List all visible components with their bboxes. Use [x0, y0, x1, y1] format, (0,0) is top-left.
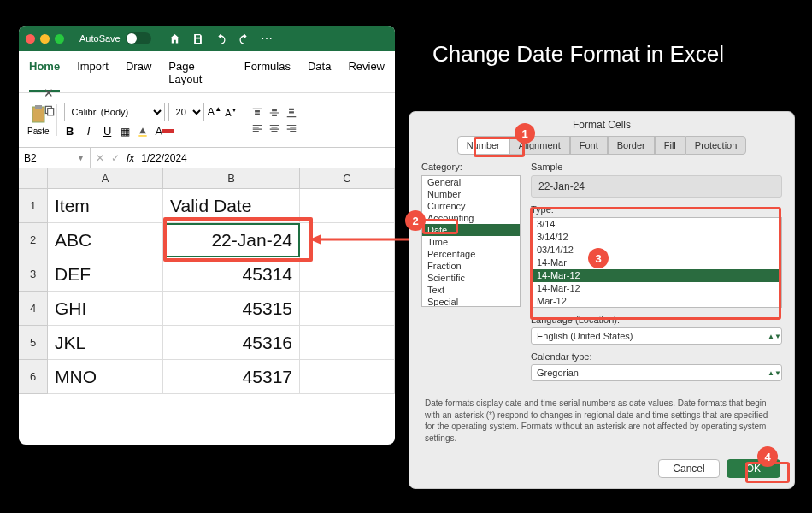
italic-button[interactable]: I — [83, 125, 95, 138]
category-list[interactable]: GeneralNumberCurrencyAccountingDateTimeP… — [421, 175, 521, 307]
category-item[interactable]: Currency — [422, 200, 520, 212]
category-item[interactable]: Fraction — [422, 260, 520, 272]
close-icon[interactable] — [26, 34, 35, 44]
formula-input[interactable]: 1/22/2024 — [141, 152, 186, 164]
align-left-icon[interactable] — [251, 122, 263, 134]
row-header[interactable]: 2 — [19, 223, 48, 257]
dlg-tab-fill[interactable]: Fill — [655, 136, 685, 155]
row-header[interactable]: 6 — [19, 360, 48, 394]
row-header[interactable]: 1 — [19, 189, 48, 223]
cell[interactable] — [300, 189, 395, 223]
tab-home[interactable]: Home — [29, 56, 60, 92]
language-select[interactable]: English (United States) ▲▼ — [531, 327, 782, 345]
dlg-tab-protection[interactable]: Protection — [685, 136, 747, 155]
toggle-off-icon[interactable] — [126, 32, 151, 44]
cancel-formula-icon[interactable]: ✕ — [96, 152, 104, 164]
dlg-tab-border[interactable]: Border — [608, 136, 655, 155]
cell[interactable]: 45315 — [163, 292, 300, 326]
cell[interactable]: MNO — [48, 360, 163, 394]
category-item[interactable]: Text — [422, 284, 520, 296]
dlg-tab-font[interactable]: Font — [570, 136, 608, 155]
undo-icon[interactable] — [215, 32, 227, 45]
fill-color-icon[interactable] — [137, 126, 149, 138]
type-item[interactable]: 3/14 — [532, 218, 781, 231]
stepper-icon[interactable]: ▲▼ — [768, 334, 776, 339]
decrease-font-icon[interactable]: A▼ — [225, 107, 237, 118]
namebox[interactable]: B2 ▼ — [19, 148, 91, 168]
spreadsheet-grid[interactable]: ABC1ItemValid Date2ABC22-Jan-243DEF45314… — [19, 168, 395, 394]
align-bottom-icon[interactable] — [285, 107, 297, 119]
chevron-down-icon[interactable]: ▼ — [77, 154, 85, 162]
align-top-icon[interactable] — [251, 107, 263, 119]
select-all-corner[interactable] — [19, 168, 48, 189]
tab-draw[interactable]: Draw — [126, 56, 151, 92]
category-item[interactable]: General — [422, 176, 520, 188]
increase-font-icon[interactable]: A▲ — [208, 105, 222, 118]
align-center-icon[interactable] — [268, 122, 280, 134]
tab-formulas[interactable]: Formulas — [244, 56, 291, 92]
cell[interactable]: DEF — [48, 257, 163, 292]
cut-icon[interactable] — [44, 89, 56, 101]
row-header[interactable]: 4 — [19, 292, 48, 326]
bold-button[interactable]: B — [64, 125, 76, 138]
cancel-button[interactable]: Cancel — [658, 459, 719, 478]
font-size-select[interactable]: 20 — [168, 103, 204, 121]
type-item[interactable]: 3/14/12 — [532, 231, 781, 244]
type-item[interactable]: 14-Mar-12 — [532, 269, 781, 282]
align-middle-icon[interactable] — [268, 107, 280, 119]
type-item[interactable]: 03/14/12 — [532, 244, 781, 256]
cell[interactable] — [300, 257, 395, 292]
cell[interactable] — [300, 223, 395, 257]
copy-icon[interactable] — [44, 104, 56, 116]
type-item[interactable]: Mar-12 — [532, 295, 781, 308]
cell[interactable]: Valid Date — [163, 189, 300, 223]
column-header[interactable]: C — [300, 168, 395, 189]
autosave-toggle[interactable]: AutoSave — [79, 32, 151, 44]
category-item[interactable]: Date — [422, 224, 520, 236]
save-icon[interactable] — [191, 32, 204, 45]
category-item[interactable]: Scientific — [422, 272, 520, 284]
category-item[interactable]: Accounting — [422, 212, 520, 224]
underline-button[interactable]: U — [102, 125, 114, 138]
type-list[interactable]: 3/143/14/1203/14/1214-Mar14-Mar-1214-Mar… — [531, 217, 782, 308]
cell[interactable]: Item — [48, 189, 163, 223]
border-icon[interactable]: ▦ — [121, 126, 130, 138]
category-item[interactable]: Percentage — [422, 248, 520, 260]
cell[interactable]: 45314 — [163, 257, 300, 292]
row-header[interactable]: 3 — [19, 257, 48, 292]
tab-pagelayout[interactable]: Page Layout — [168, 56, 227, 92]
type-item[interactable]: 14-Mar — [532, 256, 781, 269]
confirm-formula-icon[interactable]: ✓ — [111, 152, 120, 164]
category-item[interactable]: Time — [422, 236, 520, 248]
stepper-icon[interactable]: ▲▼ — [768, 371, 776, 375]
category-item[interactable]: Special — [422, 296, 520, 307]
cell[interactable]: 45317 — [163, 360, 300, 394]
cell[interactable]: ABC — [48, 223, 163, 257]
tab-insert[interactable]: Import — [77, 56, 109, 92]
tab-review[interactable]: Review — [348, 56, 385, 92]
type-item[interactable]: 14-Mar-12 — [532, 282, 781, 295]
row-header[interactable]: 5 — [19, 326, 48, 360]
redo-icon[interactable] — [238, 32, 250, 45]
minimize-icon[interactable] — [40, 34, 50, 44]
cell[interactable] — [300, 360, 395, 394]
home-icon[interactable] — [168, 32, 181, 45]
ok-button[interactable]: OK — [727, 459, 780, 478]
dlg-tab-alignment[interactable]: Alignment — [509, 136, 570, 155]
cell[interactable]: 45316 — [163, 326, 300, 360]
category-item[interactable]: Number — [422, 188, 520, 200]
maximize-icon[interactable] — [55, 34, 64, 44]
align-right-icon[interactable] — [285, 122, 297, 134]
more-icon[interactable]: ⋯ — [261, 32, 273, 45]
cell[interactable]: JKL — [48, 326, 163, 360]
column-header[interactable]: A — [48, 168, 163, 189]
tab-data[interactable]: Data — [308, 56, 331, 92]
cell[interactable]: GHI — [48, 292, 163, 326]
cell[interactable]: 22-Jan-24 — [163, 223, 300, 257]
cell[interactable] — [300, 326, 395, 360]
font-color-icon[interactable]: A — [156, 125, 175, 138]
dlg-tab-number[interactable]: Number — [457, 136, 509, 155]
fx-icon[interactable]: fx — [127, 152, 134, 164]
column-header[interactable]: B — [163, 168, 300, 189]
font-name-select[interactable]: Calibri (Body) — [64, 103, 165, 121]
